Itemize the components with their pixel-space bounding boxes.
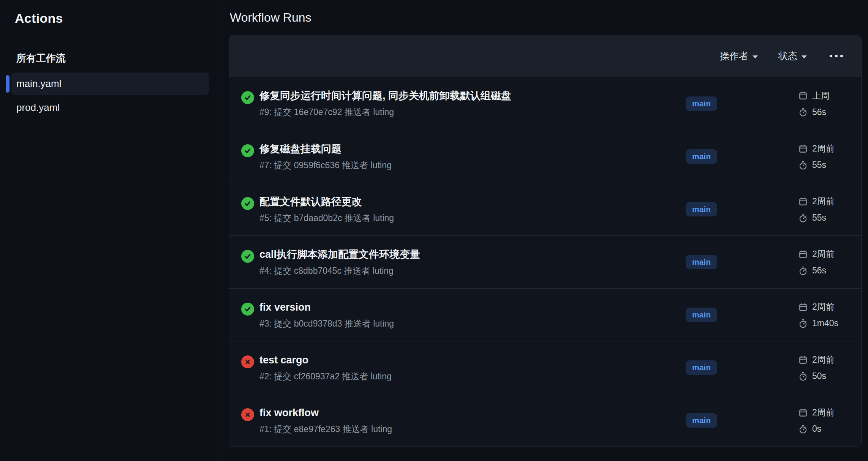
actor-filter-dropdown[interactable]: 操作者 — [720, 50, 758, 62]
run-duration: 56s — [812, 265, 826, 276]
run-date: 2周前 — [812, 407, 835, 418]
run-date-line: 2周前 — [798, 248, 861, 260]
chevron-down-icon — [753, 55, 758, 58]
run-text-block: call执行脚本添加配置文件环境变量 #4: 提交 c8dbb7045c 推送者… — [254, 236, 686, 288]
run-text-block: fix workflow #1: 提交 e8e97fe263 推送者 lutin… — [254, 394, 686, 447]
runs-filter-bar: 操作者 状态 — [229, 35, 861, 77]
run-text-block: 修复同步运行时间计算问题, 同步关机前卸载默认组磁盘 #9: 提交 16e70e… — [254, 77, 686, 130]
actor-filter-label: 操作者 — [720, 50, 748, 62]
workflow-run-row[interactable]: fix workflow #1: 提交 e8e97fe263 推送者 lutin… — [229, 394, 861, 447]
branch-badge[interactable]: main — [686, 202, 717, 216]
run-duration-line: 50s — [798, 371, 861, 381]
run-duration: 55s — [812, 213, 826, 223]
run-date-line: 2周前 — [798, 196, 861, 207]
run-date-line: 2周前 — [798, 354, 861, 366]
branch-badge[interactable]: main — [686, 255, 717, 269]
calendar-icon — [798, 249, 808, 259]
workflow-run-row[interactable]: 配置文件默认路径更改 #5: 提交 b7daad0b2c 推送者 luting … — [229, 183, 861, 235]
workflow-run-row[interactable]: call执行脚本添加配置文件环境变量 #4: 提交 c8dbb7045c 推送者… — [229, 235, 861, 288]
run-commit-info: #2: 提交 cf260937a2 推送者 luting — [259, 371, 678, 382]
run-branch-column: main — [686, 183, 798, 235]
stopwatch-icon — [798, 213, 808, 223]
x-icon — [244, 358, 251, 365]
run-duration-line: 55s — [798, 160, 861, 170]
branch-badge[interactable]: main — [686, 360, 717, 375]
run-title-link[interactable]: 修复磁盘挂载问题 — [259, 142, 678, 155]
status-filter-label: 状态 — [778, 50, 797, 62]
actions-sidebar: Actions 所有工作流 main.yamlprod.yaml — [0, 0, 218, 461]
run-date: 2周前 — [812, 354, 835, 366]
run-date-line: 2周前 — [798, 301, 861, 313]
check-icon — [244, 253, 251, 260]
branch-badge[interactable]: main — [686, 149, 717, 164]
more-options-button[interactable] — [827, 52, 845, 60]
status-filter-dropdown[interactable]: 状态 — [778, 50, 807, 62]
run-duration-line: 55s — [798, 213, 861, 223]
workflow-run-row[interactable]: 修复同步运行时间计算问题, 同步关机前卸载默认组磁盘 #9: 提交 16e70e… — [229, 77, 861, 130]
branch-badge[interactable]: main — [686, 308, 717, 322]
stopwatch-icon — [798, 107, 808, 117]
workflow-run-row[interactable]: test cargo #2: 提交 cf260937a2 推送者 luting … — [229, 341, 861, 394]
run-text-block: 配置文件默认路径更改 #5: 提交 b7daad0b2c 推送者 luting — [254, 183, 686, 235]
run-duration-line: 0s — [798, 424, 861, 434]
sidebar-item-all-workflows[interactable]: 所有工作流 — [6, 48, 209, 69]
run-list: 修复同步运行时间计算问题, 同步关机前卸载默认组磁盘 #9: 提交 16e70e… — [229, 77, 861, 447]
run-duration: 56s — [812, 107, 826, 117]
sidebar-item-main-yaml[interactable]: main.yaml — [11, 73, 209, 95]
stopwatch-icon — [798, 424, 808, 434]
run-commit-info: #5: 提交 b7daad0b2c 推送者 luting — [259, 212, 678, 224]
stopwatch-icon — [798, 266, 808, 276]
check-icon — [244, 94, 251, 101]
calendar-icon — [798, 355, 808, 365]
failure-status-icon — [241, 355, 254, 368]
run-title-link[interactable]: test cargo — [259, 354, 678, 366]
branch-badge[interactable]: main — [686, 413, 717, 428]
main-content: Workflow Runs 操作者 状态 修复同步 — [218, 0, 868, 461]
run-duration: 0s — [812, 424, 821, 434]
run-title-link[interactable]: fix workflow — [259, 406, 678, 419]
run-duration: 1m40s — [812, 318, 838, 328]
run-branch-column: main — [686, 236, 798, 288]
sidebar-item-prod-yaml[interactable]: prod.yaml — [11, 96, 209, 119]
calendar-icon — [798, 408, 808, 418]
run-meta-column: 2周前 50s — [798, 341, 861, 394]
stopwatch-icon — [798, 371, 808, 381]
check-icon — [244, 200, 251, 207]
branch-badge[interactable]: main — [686, 96, 717, 111]
workflow-runs-panel: 操作者 状态 修复同步运行时间计算问题, 同步关机前卸载默认组磁盘 #9: 提交… — [229, 35, 862, 447]
run-duration-line: 56s — [798, 265, 861, 276]
failure-status-icon — [241, 408, 254, 421]
run-title-link[interactable]: 修复同步运行时间计算问题, 同步关机前卸载默认组磁盘 — [259, 89, 678, 102]
run-duration-line: 1m40s — [798, 318, 861, 328]
calendar-icon — [798, 302, 808, 312]
workflow-run-row[interactable]: fix version #3: 提交 b0cd9378d3 推送者 luting… — [229, 288, 861, 341]
run-meta-column: 2周前 1m40s — [798, 289, 861, 341]
run-date-line: 上周 — [798, 90, 861, 102]
check-icon — [244, 305, 251, 313]
run-meta-column: 上周 56s — [798, 77, 861, 130]
run-branch-column: main — [686, 289, 798, 341]
run-commit-info: #3: 提交 b0cd9378d3 推送者 luting — [259, 318, 678, 329]
success-status-icon — [241, 303, 254, 316]
run-commit-info: #1: 提交 e8e97fe263 推送者 luting — [259, 423, 678, 435]
run-date: 上周 — [812, 90, 830, 102]
workflow-run-row[interactable]: 修复磁盘挂载问题 #7: 提交 0959f6c636 推送者 luting ma… — [229, 130, 861, 183]
run-meta-column: 2周前 55s — [798, 130, 861, 183]
sidebar-title: Actions — [15, 11, 218, 26]
run-title-link[interactable]: fix version — [259, 301, 678, 314]
success-status-icon — [241, 91, 254, 104]
run-commit-info: #7: 提交 0959f6c636 推送者 luting — [259, 159, 678, 171]
run-title-link[interactable]: 配置文件默认路径更改 — [259, 195, 678, 208]
run-branch-column: main — [686, 130, 798, 183]
run-duration: 50s — [812, 371, 826, 381]
run-title-link[interactable]: call执行脚本添加配置文件环境变量 — [259, 248, 678, 261]
run-meta-column: 2周前 55s — [798, 183, 861, 235]
kebab-dot — [840, 55, 843, 57]
run-meta-column: 2周前 0s — [798, 394, 861, 447]
run-text-block: test cargo #2: 提交 cf260937a2 推送者 luting — [254, 341, 686, 394]
success-status-icon — [241, 144, 254, 157]
x-icon — [244, 411, 251, 418]
stopwatch-icon — [798, 160, 808, 170]
workflow-file-list: main.yamlprod.yaml — [6, 73, 209, 119]
run-date-line: 2周前 — [798, 143, 861, 155]
